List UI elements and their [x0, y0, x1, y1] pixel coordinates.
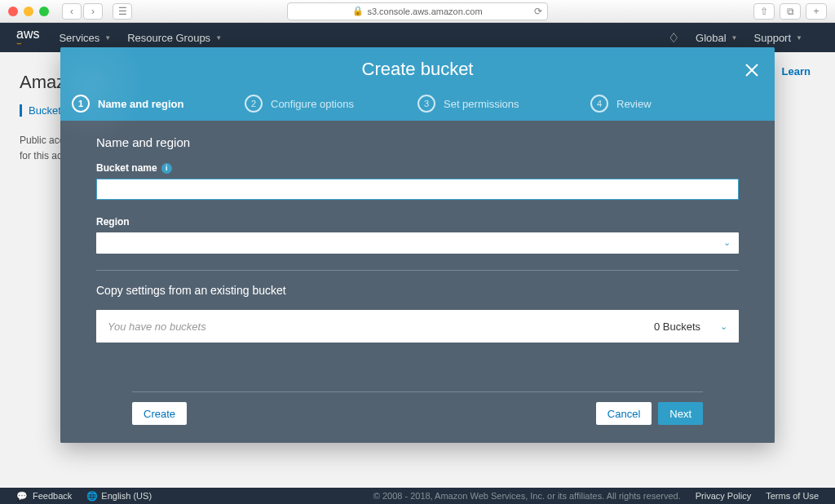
privacy-link[interactable]: Privacy Policy	[696, 491, 751, 501]
divider	[96, 270, 739, 271]
support-menu[interactable]: Support▼	[754, 32, 802, 44]
chevron-down-icon: ⌄	[723, 237, 731, 248]
region-select[interactable]: ⌄	[96, 232, 739, 254]
step-label: Set permissions	[444, 98, 519, 110]
forward-button[interactable]: ›	[83, 3, 103, 20]
info-icon[interactable]: i	[161, 163, 172, 174]
step-name-and-region[interactable]: 1 Name and region	[72, 95, 245, 113]
step-label: Review	[616, 98, 652, 110]
reload-icon[interactable]: ⟳	[534, 6, 542, 17]
bucket-name-label: Bucket name i	[96, 162, 739, 174]
notifications-icon[interactable]: ♢	[668, 30, 679, 46]
copy-settings-select[interactable]: You have no buckets 0 Buckets ⌄	[96, 310, 739, 343]
cancel-button[interactable]: Cancel	[596, 402, 652, 425]
next-button[interactable]: Next	[658, 402, 703, 425]
step-label: Name and region	[98, 98, 183, 110]
modal-title: Create bucket	[60, 47, 775, 80]
modal-footer: Create Cancel Next	[132, 391, 703, 436]
chevron-down-icon: ▼	[796, 34, 802, 42]
page-footer: 💬 Feedback 🌐 English (US) © 2008 - 2018,…	[0, 488, 835, 504]
create-button[interactable]: Create	[132, 402, 187, 425]
region-label: Region	[96, 216, 739, 228]
url-text: s3.console.aws.amazon.com	[367, 7, 482, 16]
modal-body: Name and region Bucket name i Region ⌄ C…	[60, 121, 775, 443]
close-icon	[744, 62, 760, 78]
window-controls	[8, 7, 49, 16]
browser-titlebar: ‹ › ☰ 🔒 s3.console.aws.amazon.com ⟳ ⇧ ⧉ …	[0, 0, 835, 23]
chevron-down-icon: ▼	[731, 34, 738, 42]
step-review[interactable]: 4 Review	[590, 95, 763, 113]
globe-icon: 🌐	[86, 491, 98, 502]
bucket-count: 0 Buckets	[654, 321, 700, 333]
feedback-icon[interactable]: 💬	[16, 491, 28, 502]
share-button[interactable]: ⇧	[753, 3, 775, 20]
section-title: Name and region	[96, 135, 739, 149]
copy-placeholder: You have no buckets	[108, 321, 654, 333]
modal-overlay: Create bucket 1 Name and region 2 Config…	[0, 52, 835, 488]
zoom-window-button[interactable]	[39, 7, 49, 16]
wizard-steps: 1 Name and region 2 Configure options 3 …	[60, 95, 775, 113]
step-label: Configure options	[271, 98, 354, 110]
feedback-link[interactable]: Feedback	[33, 491, 72, 501]
services-menu[interactable]: Services▼	[59, 32, 111, 44]
modal-header: Create bucket 1 Name and region 2 Config…	[60, 47, 775, 121]
address-bar[interactable]: 🔒 s3.console.aws.amazon.com ⟳	[287, 2, 548, 20]
new-tab-button[interactable]: +	[806, 3, 827, 20]
copyright-text: © 2008 - 2018, Amazon Web Services, Inc.…	[373, 491, 681, 501]
aws-logo[interactable]: aws ⌣	[16, 28, 39, 47]
close-modal-button[interactable]	[744, 60, 760, 83]
lock-icon: 🔒	[352, 6, 364, 16]
language-selector[interactable]: 🌐 English (US)	[86, 491, 152, 502]
step-set-permissions[interactable]: 3 Set permissions	[418, 95, 590, 113]
region-menu[interactable]: Global▼	[696, 32, 738, 44]
sidebar-button[interactable]: ☰	[113, 3, 132, 20]
resource-groups-menu[interactable]: Resource Groups▼	[127, 32, 222, 44]
copy-section-title: Copy settings from an existing bucket	[96, 284, 739, 297]
tabs-button[interactable]: ⧉	[780, 3, 801, 20]
step-configure-options[interactable]: 2 Configure options	[245, 95, 418, 113]
terms-link[interactable]: Terms of Use	[766, 491, 819, 501]
chevron-down-icon: ▼	[104, 34, 111, 42]
create-bucket-modal: Create bucket 1 Name and region 2 Config…	[60, 47, 775, 443]
chevron-down-icon: ▼	[215, 34, 222, 42]
close-window-button[interactable]	[8, 7, 18, 16]
bucket-name-input[interactable]	[96, 179, 739, 200]
minimize-window-button[interactable]	[24, 7, 33, 16]
chevron-down-icon: ⌄	[720, 321, 727, 332]
back-button[interactable]: ‹	[62, 3, 82, 20]
